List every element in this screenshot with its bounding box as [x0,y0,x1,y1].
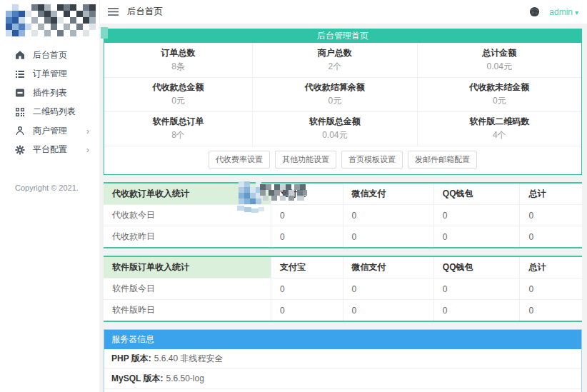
app-logo-censored [6,4,96,39]
row-label: 软件版今日 [104,278,271,300]
user-name: admin [549,7,573,17]
overview-panel-header: 后台管理首页 [104,29,581,43]
sidebar-item-orders[interactable]: 订单管理 [0,65,99,84]
order-list-icon [15,69,25,79]
sidebar-item-label: 订单管理 [33,68,67,80]
table-row: 代收款昨日 0 0 0 0 [104,226,582,248]
row-label: 软件版昨日 [104,300,271,321]
sidebar-item-qrcodes[interactable]: 二维码列表 [0,103,99,122]
table-title: 软件版订单收入统计 [104,257,271,278]
sidebar-item-label: 二维码列表 [33,106,76,118]
table-title: 代收款订单收入统计 [104,184,271,205]
column-header: 支付宝 [271,257,343,278]
cell-value: 0 [433,278,520,300]
cell-value: 0 [433,300,520,321]
sidebar-item-merchants[interactable]: 商户管理 › [0,121,99,141]
stat-cell: 代收款未结金额0元 [417,77,581,111]
row-label: 代收款昨日 [104,226,271,248]
caret-down-icon: ▾ [575,9,578,16]
cell-value: 0 [433,226,520,248]
cell-value: 0 [343,205,433,226]
table-header-row: 代收款订单收入统计 支付宝 微信支付 QQ钱包 总计 [104,184,582,205]
topbar-right: admin▾ [529,6,587,17]
topbar: 后台首页 admin▾ [100,0,587,24]
chevron-right-icon: › [86,145,89,154]
cell-value: 0 [271,300,343,321]
collection-rate-settings-button[interactable]: 代收费率设置 [209,151,270,169]
stat-cell: 代收款结算余额0元 [252,77,416,111]
server-info-panel: 服务器信息 PHP 版本:5.6.40 非线程安全 MySQL 版本:5.6.5… [104,329,582,392]
cell-value: 0 [343,278,433,300]
cell-value: 0 [520,278,582,300]
home-icon [15,50,25,60]
software-income-table: 软件版订单收入统计 支付宝 微信支付 QQ钱包 总计 软件版今日 0 0 0 0… [104,256,582,322]
user-menu[interactable]: admin▾ [549,7,578,17]
homepage-template-settings-button[interactable]: 首页模板设置 [341,151,403,169]
stat-cell: 商户总数2个 [252,43,416,77]
cell-value: 0 [271,226,343,248]
stat-cell: 代收款总金额0元 [104,77,252,111]
cell-value: 0 [343,300,433,321]
stat-cell: 软件版总金额0.04元 [252,111,416,146]
gear-icon [15,145,25,155]
server-info-title: 服务器信息 [104,330,581,349]
cell-value: 0 [520,226,582,248]
overview-panel: 后台管理首页 订单总数8条 商户总数2个 总计金额0.04元 代收款总金额0元 … [104,29,582,175]
copyright-text: Copyright © 2021. [15,184,99,192]
cell-value: 0 [271,205,343,226]
server-info-row: MySQL 版本:5.6.50-log [104,369,581,389]
column-header: 微信支付 [343,257,433,278]
other-functions-settings-button[interactable]: 其他功能设置 [275,151,336,169]
overview-panel-title: 后台管理首页 [317,31,368,41]
sidebar-menu: 后台首页 订单管理 插件列表 二维码列表 商户管理 › [0,46,99,159]
cell-value: 0 [433,205,520,226]
breadcrumb-title[interactable]: 后台首页 [127,6,163,18]
chevron-right-icon: › [86,126,89,136]
main-content: 后台管理首页 订单总数8条 商户总数2个 总计金额0.04元 代收款总金额0元 … [100,24,587,392]
stat-cell: 订单总数8条 [104,43,252,77]
sidebar-item-label: 平台配置 [33,144,67,156]
sidebar-item-home[interactable]: 后台首页 [0,46,99,65]
column-header: 微信支付 [343,184,433,205]
sidebar-item-platform-settings[interactable]: 平台配置 › [0,141,99,160]
column-header: 总计 [520,257,582,278]
cell-value: 0 [520,205,582,226]
cell-value: 0 [343,226,433,248]
collection-income-table: 代收款订单收入统计 支付宝 微信支付 QQ钱包 总计 代收款今日 0 0 0 0… [104,182,582,248]
merchant-user-icon [15,126,25,136]
stat-cell: 软件版二维码数4个 [417,111,581,146]
stat-cell: 软件版总订单8个 [104,111,252,146]
sidebar-item-plugins[interactable]: 插件列表 [0,84,99,103]
column-header: QQ钱包 [433,184,520,205]
sidebar-item-label: 插件列表 [33,87,67,99]
cell-value: 0 [271,278,343,300]
table-row: 软件版今日 0 0 0 0 [104,278,582,300]
cell-value: 0 [520,300,582,321]
header-accent-block [101,27,108,39]
email-config-button[interactable]: 发邮件邮箱配置 [408,151,477,169]
table-row: 软件版昨日 0 0 0 0 [104,300,582,321]
sidebar-item-label: 后台首页 [33,49,67,61]
globe-icon[interactable] [529,6,540,17]
stat-cell: 总计金额0.04元 [417,43,581,77]
qrcode-icon [15,107,25,117]
overview-button-row: 代收费率设置 其他功能设置 首页模板设置 发邮件邮箱配置 [104,146,581,174]
hamburger-menu-icon[interactable] [108,7,119,16]
table-header-row: 软件版订单收入统计 支付宝 微信支付 QQ钱包 总计 [104,257,582,278]
row-label: 代收款今日 [104,205,271,226]
column-header: QQ钱包 [433,257,520,278]
sidebar-item-label: 商户管理 [33,125,67,137]
server-info-row: PHP 版本:5.6.40 非线程安全 [104,349,581,369]
column-header: 总计 [520,184,582,205]
plugin-icon [15,88,25,98]
server-info-row: 服务器软件:nginx/1.26.3 [104,389,581,392]
overview-stats-grid: 订单总数8条 商户总数2个 总计金额0.04元 代收款总金额0元 代收款结算余额… [104,43,581,146]
sidebar: 后台首页 订单管理 插件列表 二维码列表 商户管理 › [0,0,100,392]
table-row: 代收款今日 0 0 0 0 [104,205,582,226]
column-header: 支付宝 [271,184,343,205]
